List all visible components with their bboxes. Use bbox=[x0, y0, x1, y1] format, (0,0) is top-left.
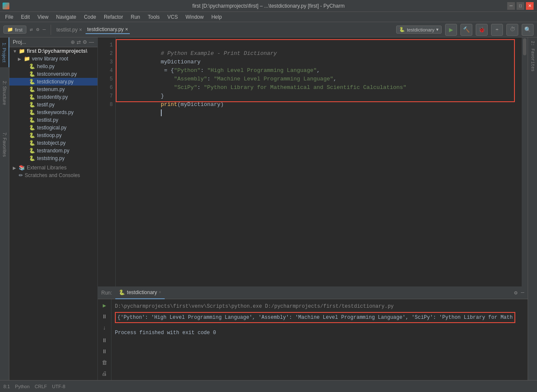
run-config-selector[interactable]: 🐍 testdictionary ▾ bbox=[396, 26, 442, 34]
status-line-ending: CRLF bbox=[35, 384, 47, 389]
coverage-button[interactable]: ☂ bbox=[491, 24, 503, 36]
tree-root-label: first D:\pycharmprojects\ bbox=[27, 48, 87, 54]
tree-scroll-icon[interactable]: ⊕ bbox=[71, 39, 75, 45]
status-language: Python bbox=[15, 384, 29, 389]
file-tree-header-icons: ⊕ ⇄ ⚙ — bbox=[71, 39, 94, 45]
tree-file-testobject[interactable]: 🐍 testobject.py bbox=[9, 139, 97, 147]
run-content: D:\pycharmprojects\first\venv\Scripts\py… bbox=[111, 299, 528, 380]
project-button[interactable]: 📁 first bbox=[3, 26, 26, 34]
tree-file-testdictionary[interactable]: 🐍 testdictionary.py bbox=[9, 78, 97, 86]
tree-arrow-icon: ▶ bbox=[13, 166, 17, 170]
menu-run[interactable]: Run bbox=[127, 13, 143, 21]
tree-scratches[interactable]: ✏ Scratches and Consoles bbox=[9, 172, 97, 179]
sidebar-item-project[interactable]: 1: Project bbox=[0, 37, 9, 67]
minimize-button[interactable]: ─ bbox=[507, 2, 515, 10]
tab-testdictionary[interactable]: testdictionary.py × bbox=[86, 26, 130, 34]
tree-file-hello[interactable]: 🐍 hello.py bbox=[9, 63, 97, 70]
tree-external-libraries[interactable]: ▶ 📚 External Libraries bbox=[9, 164, 97, 172]
tree-file-testloop[interactable]: 🐍 testloop.py bbox=[9, 132, 97, 139]
search-everywhere-button[interactable]: 🔍 bbox=[522, 24, 534, 36]
editor-main: 1: Project 2: Structure 7: Favorites Pro… bbox=[0, 37, 537, 380]
collapse-icon[interactable]: — bbox=[521, 289, 524, 296]
tree-root-folder[interactable]: ▼ 📁 first D:\pycharmprojects\ bbox=[9, 47, 97, 55]
run-wrap-button[interactable]: ⏸ bbox=[100, 347, 110, 356]
code-line-1: # Python Example - Print Dictionary bbox=[121, 41, 517, 49]
tree-settings-icon[interactable]: ⚙ bbox=[36, 26, 39, 33]
tree-minimize-icon[interactable]: — bbox=[89, 39, 94, 45]
menu-view[interactable]: View bbox=[34, 13, 52, 21]
tree-file-label: testkeywords.py bbox=[37, 109, 74, 115]
menu-refactor[interactable]: Refactor bbox=[100, 13, 126, 21]
right-panel: 2: Favorites bbox=[528, 37, 537, 380]
tab-testlist[interactable]: testlist.py × bbox=[56, 27, 82, 33]
menu-tools[interactable]: Tools bbox=[144, 13, 163, 21]
settings-icon[interactable]: ⚙ bbox=[514, 289, 517, 296]
tree-file-testconversion[interactable]: 🐍 testconversion.py bbox=[9, 70, 97, 78]
tree-file-testrandom[interactable]: 🐍 testrandom.py bbox=[9, 147, 97, 155]
menu-edit[interactable]: Edit bbox=[17, 13, 33, 21]
app-window: first [D:\pycharmprojects\first] – ...\t… bbox=[0, 0, 537, 392]
code-content[interactable]: # Python Example - Print Dictionary myDi… bbox=[116, 37, 522, 286]
tree-gear-icon[interactable]: ⚙ bbox=[83, 39, 87, 45]
tab-run-testdictionary[interactable]: 🐍 testdictionary × bbox=[115, 286, 165, 299]
close-button[interactable]: ✕ bbox=[526, 2, 534, 10]
python-file-icon: 🐍 bbox=[29, 132, 35, 138]
run-scroll-button[interactable]: ⏸ bbox=[100, 336, 110, 345]
python-file-icon: 🐍 bbox=[29, 86, 35, 92]
status-encoding: UTF-8 bbox=[52, 384, 65, 389]
tree-collapse-icon[interactable]: — bbox=[43, 27, 46, 33]
file-tree-title: Proj... bbox=[13, 39, 26, 45]
build-button[interactable]: 🔨 bbox=[460, 24, 472, 36]
tree-file-testlogical[interactable]: 🐍 testlogical.py bbox=[9, 124, 97, 132]
tree-file-testif[interactable]: 🐍 testif.py bbox=[9, 101, 97, 109]
tree-file-label: testconversion.py bbox=[37, 71, 77, 77]
tree-file-testlist[interactable]: 🐍 testlist.py bbox=[9, 116, 97, 124]
run-button[interactable]: ▶ bbox=[445, 24, 457, 36]
tree-venv-folder[interactable]: ▶ 📁 venv library root bbox=[9, 55, 97, 63]
menu-file[interactable]: File bbox=[2, 13, 17, 21]
run-label: Run: bbox=[101, 290, 112, 296]
python-file-icon: 🐍 bbox=[29, 102, 35, 108]
python-file-icon: 🐍 bbox=[29, 71, 35, 77]
python-file-icon: 🐍 bbox=[29, 79, 35, 85]
tree-expand-icon[interactable]: ⇄ bbox=[77, 39, 81, 45]
menu-vcs[interactable]: VCS bbox=[164, 13, 181, 21]
profile-button[interactable]: ⏱ bbox=[506, 24, 518, 36]
run-command-line: D:\pycharmprojects\first\venv\Scripts\py… bbox=[115, 303, 524, 310]
menu-window[interactable]: Window bbox=[182, 13, 207, 21]
toolbar: 📁 first ⇄ ⚙ — testlist.py × testdictiona… bbox=[0, 22, 537, 37]
right-tab-1[interactable]: 2: Favorites bbox=[528, 37, 537, 75]
run-stop-button[interactable]: ⏸ bbox=[100, 312, 110, 321]
menu-code[interactable]: Code bbox=[80, 13, 100, 21]
app-icon bbox=[3, 3, 9, 9]
menu-navigate[interactable]: Navigate bbox=[53, 13, 80, 21]
run-clear-button[interactable]: 🗑 bbox=[100, 358, 110, 367]
tree-file-teststring[interactable]: 🐍 teststring.py bbox=[9, 155, 97, 162]
python-file-icon: 🐍 bbox=[29, 94, 35, 100]
tree-file-testidentity[interactable]: 🐍 testidentity.py bbox=[9, 93, 97, 101]
run-rerun-button[interactable]: ↓ bbox=[100, 323, 110, 332]
debug-button[interactable]: 🐞 bbox=[476, 24, 488, 36]
sidebar-item-structure[interactable]: 2: Structure bbox=[0, 76, 9, 110]
sidebar-item-favorites[interactable]: 7: Favorites bbox=[0, 127, 9, 162]
tree-sync-icon[interactable]: ⇄ bbox=[30, 26, 33, 33]
menu-help[interactable]: Help bbox=[208, 13, 226, 21]
text-cursor bbox=[161, 109, 162, 116]
maximize-button[interactable]: □ bbox=[517, 2, 524, 10]
tree-file-label: testlogical.py bbox=[37, 125, 66, 131]
run-tab-icon: 🐍 bbox=[119, 289, 125, 295]
run-print-button[interactable]: 🖨 bbox=[100, 369, 110, 378]
editor-scrollbar[interactable] bbox=[522, 37, 528, 286]
bottom-panel: Run: 🐍 testdictionary × ⚙ — ▶ bbox=[98, 286, 528, 380]
folder-icon: 📁 bbox=[19, 48, 25, 54]
comment-text: # Python Example - Print Dictionary bbox=[161, 50, 277, 57]
scrollbar-thumb[interactable] bbox=[523, 38, 526, 55]
code-editor[interactable]: 1 2 3 4 5 6 7 8 # Python Example - Print… bbox=[98, 37, 528, 286]
run-play-button[interactable]: ▶ bbox=[100, 301, 110, 310]
run-tab-close[interactable]: × bbox=[159, 290, 161, 295]
tree-file-testkeywords[interactable]: 🐍 testkeywords.py bbox=[9, 109, 97, 116]
file-tree-header: Proj... ⊕ ⇄ ⚙ — bbox=[9, 37, 97, 47]
window-controls: ─ □ ✕ bbox=[507, 2, 534, 10]
tree-file-testenum[interactable]: 🐍 testenum.py bbox=[9, 86, 97, 93]
tree-file-label: testidentity.py bbox=[37, 94, 68, 100]
